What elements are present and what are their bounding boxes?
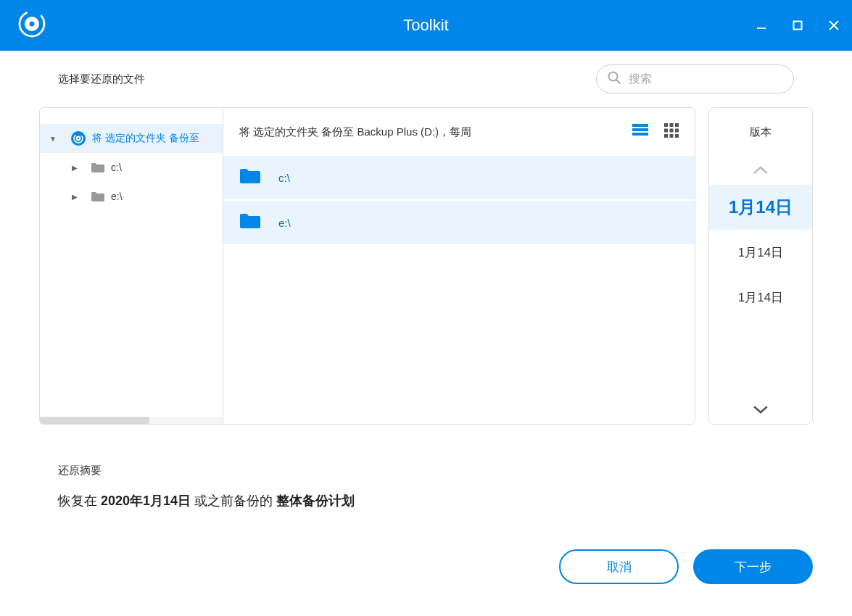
footer-actions: 取消 下一步 [559, 549, 813, 584]
list-view-button[interactable] [632, 123, 648, 141]
tree-item-backup-plan[interactable]: ▼ 将 选定的文件夹 备份至 [40, 124, 223, 153]
window-close-button[interactable] [816, 0, 852, 51]
svg-rect-18 [675, 123, 679, 127]
summary-date: 2020年1月14日 [101, 494, 191, 508]
main-content: ▼ 将 选定的文件夹 备份至 ▶ c:\ ▶ [39, 107, 813, 425]
svg-rect-24 [675, 134, 679, 138]
window-minimize-button[interactable] [743, 0, 779, 51]
subheader: 选择要还原的文件 [0, 51, 852, 107]
tree-item-label: 将 选定的文件夹 备份至 [92, 132, 199, 145]
disc-icon [70, 130, 86, 146]
svg-rect-17 [670, 123, 674, 127]
file-list-item[interactable]: e:\ [223, 201, 695, 244]
svg-rect-22 [664, 134, 668, 138]
search-input[interactable] [629, 72, 783, 86]
tree-item-drive-e[interactable]: ▶ e:\ [40, 182, 223, 211]
horizontal-scrollbar[interactable] [40, 417, 223, 424]
summary-pre: 恢复在 [58, 494, 101, 508]
chevron-right-icon: ▶ [69, 193, 80, 201]
svg-rect-14 [632, 128, 648, 131]
versions-down-button[interactable] [709, 395, 812, 424]
svg-rect-19 [664, 129, 668, 133]
grid-view-button[interactable] [664, 123, 679, 141]
summary-mid: 或之前备份的 [191, 494, 276, 508]
svg-rect-21 [675, 129, 679, 133]
summary-heading: 还原摘要 [58, 464, 794, 478]
versions-panel: 版本 1月14日 1月14日 1月14日 [708, 107, 813, 425]
svg-rect-20 [670, 129, 674, 133]
list-header-text: 将 选定的文件夹 备份至 Backup Plus (D:)，每周 [239, 125, 471, 139]
summary-plan: 整体备份计划 [276, 494, 355, 508]
file-list-label: e:\ [278, 217, 291, 229]
svg-rect-4 [794, 22, 802, 30]
cancel-button[interactable]: 取消 [559, 549, 679, 584]
svg-rect-13 [632, 124, 648, 127]
svg-rect-15 [632, 133, 648, 136]
file-list-label: c:\ [278, 172, 290, 184]
file-list-item[interactable]: c:\ [223, 156, 695, 199]
subheader-title: 选择要还原的文件 [58, 72, 145, 86]
list-panel: 将 选定的文件夹 备份至 Backup Plus (D:)，每周 [223, 107, 695, 425]
folder-icon [239, 167, 261, 188]
tree-panel: ▼ 将 选定的文件夹 备份至 ▶ c:\ ▶ [39, 107, 223, 425]
svg-point-12 [78, 138, 79, 139]
folder-icon [239, 212, 261, 233]
svg-line-8 [616, 80, 620, 83]
svg-rect-23 [670, 134, 674, 138]
version-item[interactable]: 1月14日 [709, 185, 812, 230]
folder-icon [91, 191, 105, 202]
window-maximize-button[interactable] [779, 0, 816, 51]
chevron-down-icon: ▼ [47, 135, 59, 143]
list-header: 将 选定的文件夹 备份至 Backup Plus (D:)，每周 [223, 108, 695, 156]
summary-detail: 恢复在 2020年1月14日 或之前备份的 整体备份计划 [58, 492, 794, 509]
next-button[interactable]: 下一步 [693, 549, 813, 584]
tree-item-label: e:\ [111, 191, 123, 202]
svg-rect-16 [664, 123, 668, 127]
search-box[interactable] [596, 64, 794, 93]
window-title: Toolkit [403, 16, 448, 35]
tree-item-drive-c[interactable]: ▶ c:\ [40, 153, 223, 182]
scrollbar-thumb[interactable] [40, 417, 149, 424]
folder-icon [91, 162, 105, 173]
versions-header: 版本 [709, 108, 812, 156]
search-icon [607, 70, 621, 88]
tree-item-label: c:\ [111, 162, 122, 173]
app-logo-icon [17, 9, 46, 41]
version-item[interactable]: 1月14日 [709, 275, 812, 320]
versions-up-button[interactable] [709, 156, 812, 185]
titlebar: Toolkit [0, 0, 852, 51]
restore-summary: 还原摘要 恢复在 2020年1月14日 或之前备份的 整体备份计划 [58, 464, 794, 509]
svg-point-2 [30, 22, 35, 27]
version-item[interactable]: 1月14日 [709, 230, 812, 275]
chevron-right-icon: ▶ [69, 164, 80, 172]
